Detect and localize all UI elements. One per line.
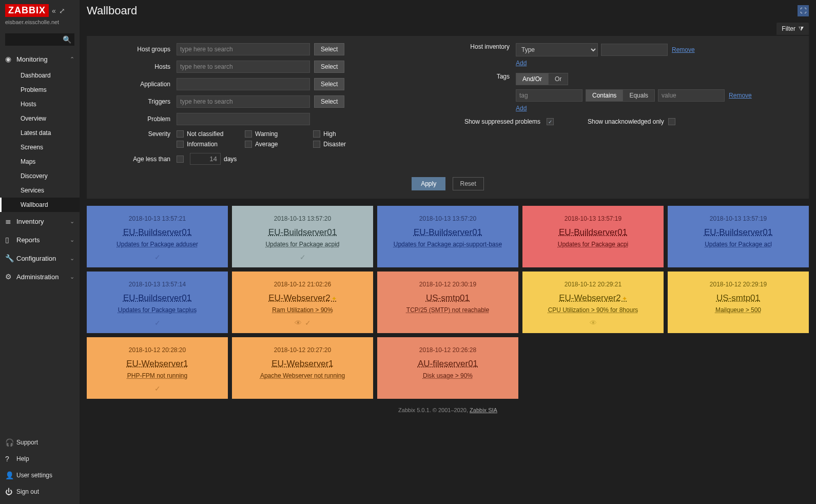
footer-link[interactable]: Zabbix SIA [470,407,497,413]
problem-tile[interactable]: 2018-10-12 20:30:19 US-smtp01 TCP/25 (SM… [377,272,518,333]
tile-host-link[interactable]: US-smtp01 [674,293,803,303]
nav-section-reports[interactable]: ▯Reports⌄ [0,230,80,249]
tile-problem-link[interactable]: PHP-FPM not running [93,372,222,379]
apply-button[interactable]: Apply [412,177,445,190]
tags-contains-button[interactable]: Contains [586,90,623,101]
tile-problem-link[interactable]: Updates for Package adduser [93,241,222,248]
severity-checkbox-not-classified[interactable] [177,130,184,138]
triggers-input[interactable] [177,95,310,108]
severity-checkbox-disaster[interactable] [313,141,320,148]
tags-equals-button[interactable]: Equals [623,90,654,101]
nav-item-maps[interactable]: Maps [0,154,80,169]
nav-item-hosts[interactable]: Hosts [0,97,80,111]
nav-item-discovery[interactable]: Discovery [0,169,80,183]
problem-tile[interactable]: 2018-10-12 20:29:19 US-smtp01 Mailqueue … [668,272,809,333]
problem-tile[interactable]: 2018-10-13 13:57:19 EU-Buildserver01 Upd… [522,206,664,267]
tile-problem-link[interactable]: Mailqueue > 500 [674,306,803,314]
nav-item-problems[interactable]: Problems [0,83,80,97]
tag-add-link[interactable]: Add [516,105,527,112]
tags-or-button[interactable]: Or [549,73,568,85]
host-groups-select-button[interactable]: Select [314,43,344,55]
problem-tile[interactable]: 2018-10-13 13:57:20 EU-Buildserver01 Upd… [377,206,518,267]
footer-support[interactable]: 🎧Support [0,434,80,451]
suppressed-checkbox[interactable] [547,118,554,125]
unack-checkbox[interactable] [668,118,675,125]
nav-section-configuration[interactable]: 🔧Configuration⌄ [0,249,80,267]
problem-tile[interactable]: 2018-10-13 13:57:21 EU-Buildserver01 Upd… [87,206,228,267]
tile-host-link[interactable]: EU-Webserver2✦ [529,293,657,303]
main-nav: ◉Monitoring⌃DashboardProblemsHostsOvervi… [0,50,80,434]
hosts-input[interactable] [177,61,310,73]
tile-host-link[interactable]: EU-Webserver1 [238,359,367,369]
inventory-type-select[interactable]: Type [516,43,598,56]
age-checkbox[interactable] [177,156,184,163]
tile-timestamp: 2018-10-13 13:57:19 [674,215,803,222]
nav-item-dashboard[interactable]: Dashboard [0,68,80,83]
footer-help[interactable]: ?Help [0,451,80,467]
problem-tile[interactable]: 2018-10-12 20:26:28 AU-fileserver01 Disk… [377,337,518,399]
tile-host-link[interactable]: EU-Buildserver01 [93,227,222,238]
tags-andor-button[interactable]: And/Or [516,73,549,85]
tile-problem-link[interactable]: Updates for Package tacplus [93,306,222,314]
tile-host-link[interactable]: EU-Buildserver01 [93,293,222,303]
inventory-remove-link[interactable]: Remove [672,46,695,53]
tile-host-link[interactable]: US-smtp01 [383,293,512,303]
footer-user-settings[interactable]: 👤User settings [0,467,80,483]
nav-item-services[interactable]: Services [0,183,80,198]
problem-tile[interactable]: 2018-10-12 20:28:20 EU-Webserver1 PHP-FP… [87,337,228,399]
tile-host-link[interactable]: EU-Buildserver01 [529,227,657,238]
tile-problem-link[interactable]: Ram Utilization > 90% [238,306,367,314]
tile-problem-link[interactable]: Updates for Package acl [674,241,803,248]
footer-sign-out[interactable]: ⏻Sign out [0,483,80,500]
nav-icon: ⚙ [5,273,16,281]
problem-tile[interactable]: 2018-10-13 13:57:14 EU-Buildserver01 Upd… [87,272,228,333]
tile-problem-link[interactable]: Updates for Package acpid [238,241,367,248]
tag-name-input[interactable] [516,89,582,102]
inventory-add-link[interactable]: Add [516,60,527,67]
inventory-value-input[interactable] [601,44,668,56]
nav-item-wallboard[interactable]: Wallboard [0,198,80,212]
problem-tile[interactable]: 2018-10-13 13:57:19 EU-Buildserver01 Upd… [668,206,809,267]
severity-checkbox-information[interactable] [177,141,184,148]
tile-host-link[interactable]: EU-Buildserver01 [383,227,512,238]
application-input[interactable] [177,78,310,90]
tile-host-link[interactable]: AU-fileserver01 [383,359,512,369]
nav-item-overview[interactable]: Overview [0,111,80,126]
tag-value-input[interactable] [658,89,725,102]
tile-problem-link[interactable]: CPU Utilization > 90% for 8hours [529,306,657,314]
age-input[interactable] [190,153,221,165]
filter-toggle[interactable]: Filter ⧩ [776,23,809,35]
tile-host-link[interactable]: EU-Buildserver01 [674,227,803,238]
problem-tile[interactable]: 2018-10-12 21:02:26 EU-Webserver2✦ Ram U… [232,272,373,333]
fullscreen-button[interactable]: ⛶ [798,5,809,16]
collapse-sidebar-icon[interactable]: « [52,7,56,15]
tag-remove-link[interactable]: Remove [729,92,752,99]
search-icon[interactable]: 🔍 [63,35,71,44]
problem-input[interactable] [177,113,310,125]
host-groups-input[interactable] [177,43,310,55]
tile-problem-link[interactable]: Apache Webserver not running [238,372,367,379]
triggers-select-button[interactable]: Select [314,95,344,108]
tile-host-link[interactable]: EU-Buildserver01 [238,227,367,238]
tile-problem-link[interactable]: TCP/25 (SMTP) not reachable [383,306,512,314]
nav-item-latest-data[interactable]: Latest data [0,126,80,140]
tile-problem-link[interactable]: Updates for Package acpi-support-base [383,241,512,248]
problem-tile[interactable]: 2018-10-12 20:29:21 EU-Webserver2✦ CPU U… [522,272,664,333]
reset-button[interactable]: Reset [453,177,484,190]
tile-problem-link[interactable]: Disk usage > 90% [383,372,512,379]
nav-section-inventory[interactable]: ≣Inventory⌄ [0,212,80,230]
tile-problem-link[interactable]: Updates for Package acpi [529,241,657,248]
nav-section-monitoring[interactable]: ◉Monitoring⌃ [0,50,80,68]
problem-tile[interactable]: 2018-10-12 20:27:20 EU-Webserver1 Apache… [232,337,373,399]
nav-item-screens[interactable]: Screens [0,140,80,154]
nav-section-administration[interactable]: ⚙Administration⌄ [0,267,80,286]
severity-checkbox-high[interactable] [313,130,320,138]
severity-checkbox-average[interactable] [245,141,252,148]
problem-tile[interactable]: 2018-10-13 13:57:20 EU-Buildserver01 Upd… [232,206,373,267]
severity-checkbox-warning[interactable] [245,130,252,138]
tile-host-link[interactable]: EU-Webserver1 [93,359,222,369]
hosts-select-button[interactable]: Select [314,61,344,73]
application-select-button[interactable]: Select [314,78,344,90]
popout-icon[interactable]: ⤢ [59,7,65,15]
tile-host-link[interactable]: EU-Webserver2✦ [238,293,367,303]
